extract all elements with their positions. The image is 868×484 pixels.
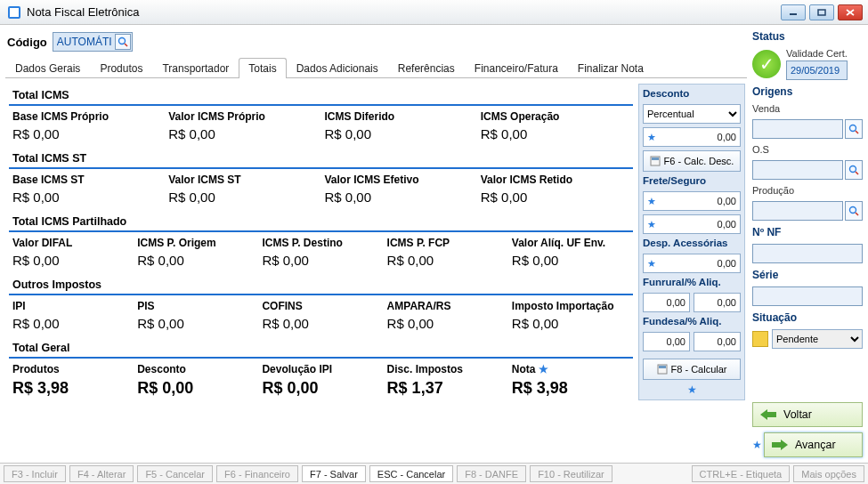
col-header: PIS: [134, 300, 258, 312]
funrural-aliq-input[interactable]: 0,00: [694, 293, 741, 312]
svg-point-14: [850, 166, 856, 173]
col-header: COFINS: [258, 300, 383, 312]
tab-dados-adicionais[interactable]: Dados Adicionais: [287, 58, 388, 78]
calc-desconto-button[interactable]: F6 - Calc. Desc.: [643, 150, 741, 172]
origem-os-label: O.S: [752, 144, 863, 155]
svg-marker-19: [772, 440, 788, 450]
value-cell: R$ 0,00: [258, 316, 383, 331]
voltar-button[interactable]: Voltar: [752, 402, 863, 427]
tab-totais[interactable]: Totais: [239, 58, 286, 78]
svg-rect-1: [10, 8, 19, 17]
calc-button[interactable]: F8 - Calcular: [643, 359, 741, 380]
desconto-type-select[interactable]: Percentual: [643, 104, 741, 124]
value-cell: R$ 0,00: [134, 253, 258, 268]
origem-venda-input[interactable]: [752, 119, 843, 139]
tab-produtos[interactable]: Produtos: [90, 58, 152, 78]
col-header: Nota ★: [508, 363, 633, 375]
value-cell: R$ 0,00: [9, 190, 165, 205]
tab-dados-gerais[interactable]: Dados Gerais: [5, 58, 90, 78]
col-header: ICMS P. Origem: [134, 237, 258, 249]
check-icon: ✓: [752, 50, 781, 78]
frete-input[interactable]: ★0,00: [643, 191, 741, 211]
despesas-input[interactable]: ★0,00: [643, 254, 741, 273]
origem-os-input[interactable]: [752, 160, 843, 180]
titlebar: Nota Fiscal Eletrônica: [0, 0, 868, 25]
codigo-search-button[interactable]: [115, 34, 131, 50]
maximize-button[interactable]: [809, 4, 834, 20]
star-icon: ★: [647, 258, 656, 270]
serie-heading: Série: [752, 269, 863, 281]
serie-input[interactable]: [752, 286, 863, 306]
col-header: IPI: [9, 300, 134, 312]
col-header: ICMS P. FCP: [384, 237, 508, 249]
window-title: Nota Fiscal Eletrônica: [27, 5, 781, 19]
star-icon: ★: [647, 219, 656, 230]
svg-line-7: [125, 44, 127, 46]
tab-refer-ncias[interactable]: Referências: [388, 58, 465, 78]
value-cell: R$ 0,00: [258, 379, 383, 398]
svg-point-12: [850, 125, 856, 132]
col-header: ICMS Diferido: [321, 110, 477, 123]
col-header: Valor ICMS Efetivo: [321, 173, 477, 186]
section-outros-impostos: Outros Impostos: [9, 273, 633, 295]
search-icon: [848, 124, 859, 134]
bottom-button: F8 - DANFE: [457, 465, 526, 482]
bottom-button[interactable]: F7 - Salvar: [302, 465, 366, 482]
tab-finalizar-nota[interactable]: Finalizar Nota: [568, 58, 653, 78]
col-header: AMPARA/RS: [384, 300, 508, 312]
value-cell: R$ 0,00: [9, 253, 134, 268]
value-cell: R$ 0,00: [134, 379, 258, 398]
col-header: Base ICMS ST: [9, 173, 165, 186]
origem-producao-input[interactable]: [752, 201, 843, 221]
value-cell: R$ 0,00: [508, 253, 633, 268]
side-panel: Desconto Percentual ★0,00 F6 - Calc. Des…: [638, 84, 745, 400]
value-cell: R$ 0,00: [9, 316, 134, 331]
seguro-input[interactable]: ★0,00: [643, 214, 741, 234]
svg-line-13: [856, 131, 858, 133]
avancar-button[interactable]: Avançar: [764, 432, 863, 457]
frete-heading: Frete/Seguro: [643, 175, 741, 188]
origem-producao-search-button[interactable]: [845, 201, 863, 221]
arrow-right-icon: [772, 440, 788, 450]
situacao-select[interactable]: Pendente: [772, 329, 863, 349]
value-cell: R$ 0,00: [508, 316, 633, 331]
value-cell: R$ 0,00: [477, 126, 633, 141]
nf-input[interactable]: [752, 244, 863, 263]
totals-panel: Total ICMS Base ICMS PróprioValor ICMS P…: [5, 78, 637, 406]
value-cell: R$ 0,00: [165, 126, 320, 141]
origem-producao-label: Produção: [752, 185, 863, 196]
search-icon: [118, 36, 128, 47]
col-header: Valor DIFAL: [9, 237, 134, 249]
status-sidebar: Status ✓ Validade Cert. 29/05/2019 Orige…: [752, 25, 868, 463]
bottom-button: F3 - Incluir: [4, 465, 66, 482]
star-icon: ★: [752, 439, 762, 451]
origem-os-search-button[interactable]: [845, 160, 863, 180]
desconto-value-input[interactable]: ★0,00: [643, 127, 741, 147]
origem-venda-search-button[interactable]: [845, 119, 863, 139]
validade-label: Validade Cert.: [786, 48, 848, 59]
value-cell: R$ 0,00: [258, 253, 383, 268]
col-header: Valor Alíq. UF Env.: [508, 237, 633, 249]
fundesa-aliq-input[interactable]: 0,00: [694, 332, 741, 351]
svg-point-6: [118, 38, 125, 44]
value-cell: R$ 0,00: [134, 316, 258, 331]
close-button[interactable]: [838, 4, 863, 20]
col-header: Disc. Impostos: [384, 363, 508, 375]
funrural-heading: Funrural/% Aliq.: [643, 277, 741, 289]
bottom-button[interactable]: ESC - Cancelar: [369, 465, 453, 482]
bottom-button: F10 - Reutilizar: [530, 465, 612, 482]
minimize-button[interactable]: [781, 4, 806, 20]
tab-transportador[interactable]: Transportador: [152, 58, 239, 78]
svg-line-17: [856, 213, 858, 215]
origens-heading: Origens: [752, 85, 863, 98]
search-icon: [848, 165, 859, 175]
funrural-value-input[interactable]: 0,00: [643, 293, 690, 312]
star-icon: ★: [647, 196, 656, 207]
svg-rect-11: [659, 366, 666, 368]
calc-icon: [657, 364, 668, 375]
tab-financeiro-fatura[interactable]: Financeiro/Fatura: [465, 58, 568, 78]
fundesa-value-input[interactable]: 0,00: [643, 332, 690, 351]
value-cell: R$ 1,37: [384, 379, 508, 398]
desconto-heading: Desconto: [643, 88, 741, 101]
col-header: ICMS Operação: [477, 110, 633, 123]
